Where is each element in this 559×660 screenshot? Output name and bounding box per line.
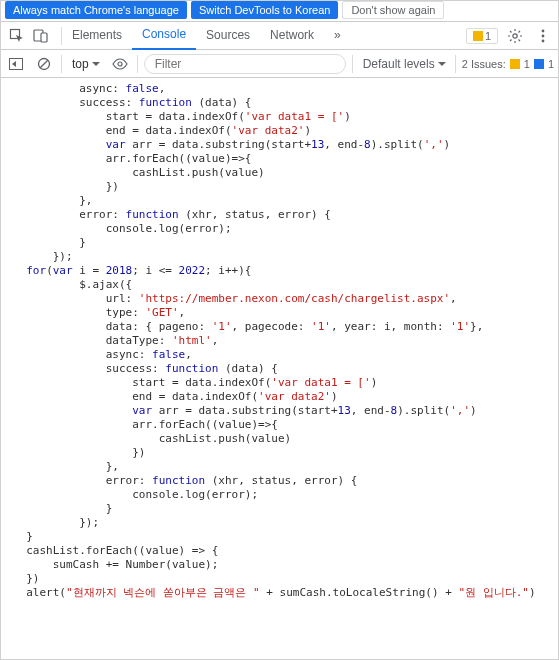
match-chrome-language-button[interactable]: Always match Chrome's language (5, 1, 187, 19)
console-toolbar: top Default levels 2 Issues: 1 1 (1, 50, 558, 78)
svg-line-9 (40, 60, 48, 68)
svg-point-6 (542, 39, 545, 42)
tab-sources[interactable]: Sources (196, 22, 260, 49)
log-level-selector[interactable]: Default levels (359, 55, 449, 73)
settings-icon[interactable] (504, 25, 526, 47)
warning-icon (473, 31, 483, 41)
info-icon (534, 59, 544, 69)
issues-info-count: 1 (548, 58, 554, 70)
dont-show-again-button[interactable]: Don't show again (342, 1, 444, 19)
issues-label: 2 Issues: (462, 58, 506, 70)
issues-warn-count: 1 (524, 58, 530, 70)
svg-point-3 (513, 33, 517, 37)
tab-network[interactable]: Network (260, 22, 324, 49)
separator (352, 55, 353, 73)
language-banner: Always match Chrome's language Switch De… (1, 1, 558, 22)
tab-elements[interactable]: Elements (62, 22, 132, 49)
separator (61, 55, 62, 73)
svg-point-5 (542, 34, 545, 37)
svg-point-4 (542, 29, 545, 32)
device-toolbar-icon[interactable] (29, 24, 53, 48)
clear-console-icon[interactable] (33, 53, 55, 75)
inspect-icon[interactable] (5, 24, 29, 48)
eye-icon[interactable] (109, 53, 131, 75)
svg-point-10 (118, 62, 122, 66)
more-menu-icon[interactable] (532, 25, 554, 47)
tab-more[interactable]: » (324, 22, 351, 49)
issues-button[interactable]: 2 Issues: 1 1 (462, 58, 554, 70)
warning-count: 1 (485, 30, 491, 42)
filter-input[interactable] (144, 54, 346, 74)
separator (455, 55, 456, 73)
switch-devtools-language-button[interactable]: Switch DevTools to Korean (191, 1, 338, 19)
tab-console[interactable]: Console (132, 21, 196, 50)
separator (137, 55, 138, 73)
sidebar-toggle-icon[interactable] (5, 53, 27, 75)
warning-icon (510, 59, 520, 69)
context-selector[interactable]: top (68, 55, 103, 73)
devtools-tabs: Elements Console Sources Network » 1 (1, 22, 558, 50)
svg-rect-2 (41, 33, 47, 42)
warning-badge[interactable]: 1 (466, 28, 498, 44)
console-code[interactable]: async: false, success: function (data) {… (1, 78, 558, 604)
